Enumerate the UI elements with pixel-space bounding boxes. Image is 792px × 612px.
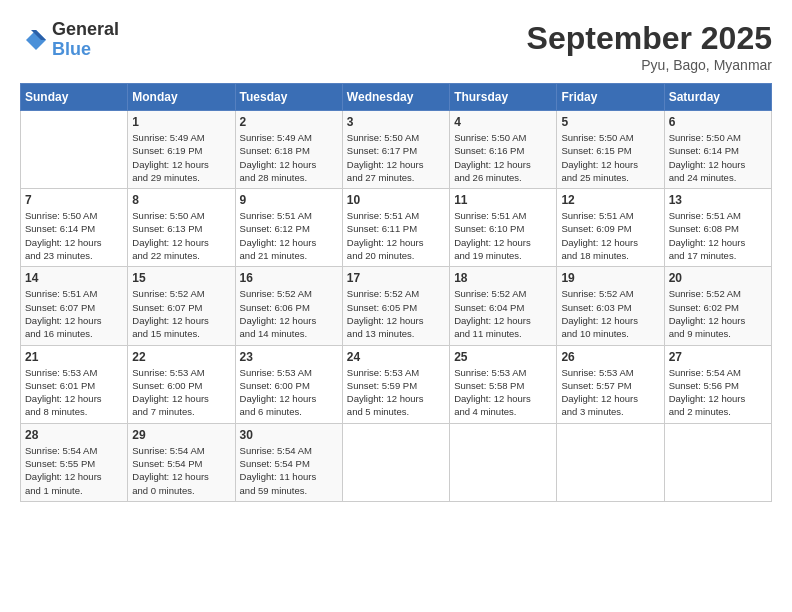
day-info: Sunrise: 5:51 AM Sunset: 6:08 PM Dayligh… <box>669 209 767 262</box>
day-number: 8 <box>132 193 230 207</box>
day-info: Sunrise: 5:49 AM Sunset: 6:19 PM Dayligh… <box>132 131 230 184</box>
week-row-3: 14Sunrise: 5:51 AM Sunset: 6:07 PM Dayli… <box>21 267 772 345</box>
calendar-cell: 23Sunrise: 5:53 AM Sunset: 6:00 PM Dayli… <box>235 345 342 423</box>
month-title: September 2025 <box>527 20 772 57</box>
calendar-cell: 9Sunrise: 5:51 AM Sunset: 6:12 PM Daylig… <box>235 189 342 267</box>
calendar-cell: 18Sunrise: 5:52 AM Sunset: 6:04 PM Dayli… <box>450 267 557 345</box>
day-info: Sunrise: 5:52 AM Sunset: 6:04 PM Dayligh… <box>454 287 552 340</box>
calendar-cell: 15Sunrise: 5:52 AM Sunset: 6:07 PM Dayli… <box>128 267 235 345</box>
calendar-cell: 27Sunrise: 5:54 AM Sunset: 5:56 PM Dayli… <box>664 345 771 423</box>
calendar-cell: 13Sunrise: 5:51 AM Sunset: 6:08 PM Dayli… <box>664 189 771 267</box>
day-number: 18 <box>454 271 552 285</box>
day-number: 29 <box>132 428 230 442</box>
day-number: 6 <box>669 115 767 129</box>
day-info: Sunrise: 5:50 AM Sunset: 6:14 PM Dayligh… <box>25 209 123 262</box>
logo-icon <box>20 26 48 54</box>
calendar-cell: 1Sunrise: 5:49 AM Sunset: 6:19 PM Daylig… <box>128 111 235 189</box>
day-number: 20 <box>669 271 767 285</box>
header-day-saturday: Saturday <box>664 84 771 111</box>
day-info: Sunrise: 5:51 AM Sunset: 6:07 PM Dayligh… <box>25 287 123 340</box>
week-row-4: 21Sunrise: 5:53 AM Sunset: 6:01 PM Dayli… <box>21 345 772 423</box>
day-info: Sunrise: 5:50 AM Sunset: 6:15 PM Dayligh… <box>561 131 659 184</box>
header-day-sunday: Sunday <box>21 84 128 111</box>
day-info: Sunrise: 5:50 AM Sunset: 6:14 PM Dayligh… <box>669 131 767 184</box>
calendar-cell: 19Sunrise: 5:52 AM Sunset: 6:03 PM Dayli… <box>557 267 664 345</box>
day-number: 14 <box>25 271 123 285</box>
calendar-cell: 4Sunrise: 5:50 AM Sunset: 6:16 PM Daylig… <box>450 111 557 189</box>
day-number: 11 <box>454 193 552 207</box>
logo-line1: General <box>52 20 119 40</box>
day-number: 27 <box>669 350 767 364</box>
day-number: 17 <box>347 271 445 285</box>
calendar-cell: 5Sunrise: 5:50 AM Sunset: 6:15 PM Daylig… <box>557 111 664 189</box>
calendar-cell: 20Sunrise: 5:52 AM Sunset: 6:02 PM Dayli… <box>664 267 771 345</box>
calendar-cell: 11Sunrise: 5:51 AM Sunset: 6:10 PM Dayli… <box>450 189 557 267</box>
day-number: 10 <box>347 193 445 207</box>
calendar-cell: 14Sunrise: 5:51 AM Sunset: 6:07 PM Dayli… <box>21 267 128 345</box>
day-info: Sunrise: 5:51 AM Sunset: 6:10 PM Dayligh… <box>454 209 552 262</box>
day-number: 28 <box>25 428 123 442</box>
day-number: 7 <box>25 193 123 207</box>
day-info: Sunrise: 5:54 AM Sunset: 5:54 PM Dayligh… <box>132 444 230 497</box>
header-day-wednesday: Wednesday <box>342 84 449 111</box>
day-number: 21 <box>25 350 123 364</box>
day-info: Sunrise: 5:52 AM Sunset: 6:06 PM Dayligh… <box>240 287 338 340</box>
day-number: 16 <box>240 271 338 285</box>
day-info: Sunrise: 5:52 AM Sunset: 6:05 PM Dayligh… <box>347 287 445 340</box>
calendar-header: SundayMondayTuesdayWednesdayThursdayFrid… <box>21 84 772 111</box>
day-number: 24 <box>347 350 445 364</box>
day-number: 1 <box>132 115 230 129</box>
calendar-table: SundayMondayTuesdayWednesdayThursdayFrid… <box>20 83 772 502</box>
day-number: 30 <box>240 428 338 442</box>
calendar-cell: 6Sunrise: 5:50 AM Sunset: 6:14 PM Daylig… <box>664 111 771 189</box>
day-number: 4 <box>454 115 552 129</box>
calendar-cell: 22Sunrise: 5:53 AM Sunset: 6:00 PM Dayli… <box>128 345 235 423</box>
day-info: Sunrise: 5:53 AM Sunset: 6:00 PM Dayligh… <box>240 366 338 419</box>
logo: General Blue <box>20 20 119 60</box>
calendar-cell: 28Sunrise: 5:54 AM Sunset: 5:55 PM Dayli… <box>21 423 128 501</box>
calendar-cell: 24Sunrise: 5:53 AM Sunset: 5:59 PM Dayli… <box>342 345 449 423</box>
header-row: SundayMondayTuesdayWednesdayThursdayFrid… <box>21 84 772 111</box>
header-day-friday: Friday <box>557 84 664 111</box>
week-row-2: 7Sunrise: 5:50 AM Sunset: 6:14 PM Daylig… <box>21 189 772 267</box>
day-info: Sunrise: 5:49 AM Sunset: 6:18 PM Dayligh… <box>240 131 338 184</box>
calendar-cell: 16Sunrise: 5:52 AM Sunset: 6:06 PM Dayli… <box>235 267 342 345</box>
calendar-cell: 3Sunrise: 5:50 AM Sunset: 6:17 PM Daylig… <box>342 111 449 189</box>
page-header: General Blue September 2025 Pyu, Bago, M… <box>20 20 772 73</box>
calendar-cell <box>557 423 664 501</box>
day-number: 22 <box>132 350 230 364</box>
calendar-cell: 29Sunrise: 5:54 AM Sunset: 5:54 PM Dayli… <box>128 423 235 501</box>
day-info: Sunrise: 5:54 AM Sunset: 5:54 PM Dayligh… <box>240 444 338 497</box>
day-info: Sunrise: 5:51 AM Sunset: 6:11 PM Dayligh… <box>347 209 445 262</box>
header-day-tuesday: Tuesday <box>235 84 342 111</box>
day-info: Sunrise: 5:53 AM Sunset: 5:58 PM Dayligh… <box>454 366 552 419</box>
calendar-cell: 25Sunrise: 5:53 AM Sunset: 5:58 PM Dayli… <box>450 345 557 423</box>
day-info: Sunrise: 5:51 AM Sunset: 6:09 PM Dayligh… <box>561 209 659 262</box>
calendar-cell: 17Sunrise: 5:52 AM Sunset: 6:05 PM Dayli… <box>342 267 449 345</box>
calendar-cell: 10Sunrise: 5:51 AM Sunset: 6:11 PM Dayli… <box>342 189 449 267</box>
day-number: 15 <box>132 271 230 285</box>
header-day-thursday: Thursday <box>450 84 557 111</box>
day-info: Sunrise: 5:50 AM Sunset: 6:13 PM Dayligh… <box>132 209 230 262</box>
day-info: Sunrise: 5:53 AM Sunset: 6:00 PM Dayligh… <box>132 366 230 419</box>
calendar-cell: 12Sunrise: 5:51 AM Sunset: 6:09 PM Dayli… <box>557 189 664 267</box>
day-info: Sunrise: 5:53 AM Sunset: 5:57 PM Dayligh… <box>561 366 659 419</box>
calendar-cell <box>21 111 128 189</box>
day-info: Sunrise: 5:52 AM Sunset: 6:03 PM Dayligh… <box>561 287 659 340</box>
day-number: 2 <box>240 115 338 129</box>
calendar-cell <box>450 423 557 501</box>
calendar-cell: 7Sunrise: 5:50 AM Sunset: 6:14 PM Daylig… <box>21 189 128 267</box>
week-row-5: 28Sunrise: 5:54 AM Sunset: 5:55 PM Dayli… <box>21 423 772 501</box>
calendar-cell: 30Sunrise: 5:54 AM Sunset: 5:54 PM Dayli… <box>235 423 342 501</box>
day-number: 9 <box>240 193 338 207</box>
logo-text: General Blue <box>52 20 119 60</box>
location-subtitle: Pyu, Bago, Myanmar <box>527 57 772 73</box>
day-info: Sunrise: 5:50 AM Sunset: 6:17 PM Dayligh… <box>347 131 445 184</box>
day-info: Sunrise: 5:53 AM Sunset: 6:01 PM Dayligh… <box>25 366 123 419</box>
day-info: Sunrise: 5:52 AM Sunset: 6:02 PM Dayligh… <box>669 287 767 340</box>
day-number: 25 <box>454 350 552 364</box>
calendar-cell: 8Sunrise: 5:50 AM Sunset: 6:13 PM Daylig… <box>128 189 235 267</box>
day-number: 3 <box>347 115 445 129</box>
calendar-cell: 21Sunrise: 5:53 AM Sunset: 6:01 PM Dayli… <box>21 345 128 423</box>
day-number: 12 <box>561 193 659 207</box>
